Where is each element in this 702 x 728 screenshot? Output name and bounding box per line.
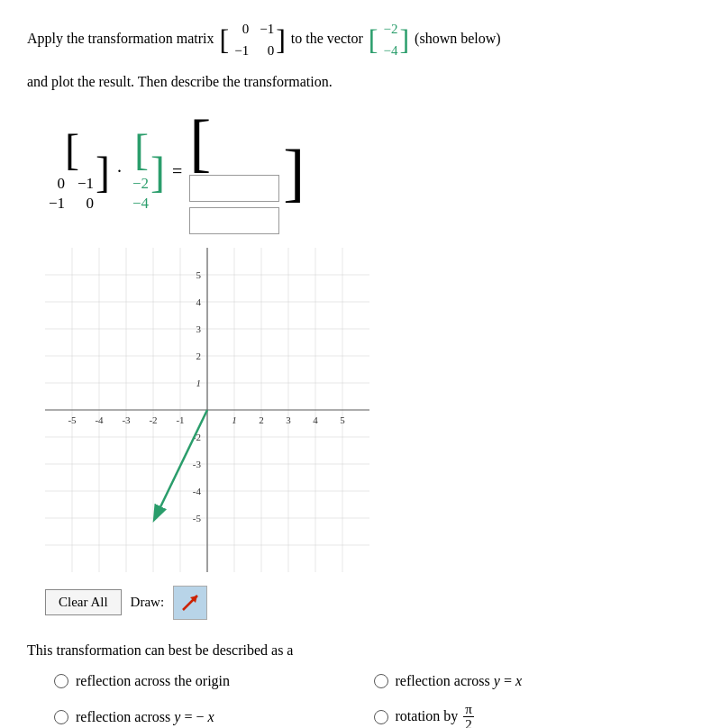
a-r1c2: −1	[76, 175, 94, 193]
x-axis-labels: -5 -4 -3 -2 -1 1 2 3 4 5	[68, 414, 345, 425]
svg-text:1: 1	[232, 414, 237, 425]
svg-text:-5: -5	[193, 513, 202, 523]
inline-a-r1c1: 0	[231, 18, 249, 40]
radio-option-2[interactable]	[374, 674, 388, 688]
inline-a-r1c2: −1	[256, 18, 274, 40]
equals-operator: =	[172, 161, 182, 182]
svg-text:-1: -1	[176, 414, 184, 425]
inline-vb-r1: −2	[379, 18, 397, 40]
result-left-bracket	[189, 110, 279, 234]
options-grid: reflection across the origin reflection …	[54, 673, 675, 728]
svg-text:-3: -3	[193, 459, 202, 469]
matrix-a-content: 0 −1 −1 0	[45, 171, 96, 216]
inline-bracket-right: ]	[276, 25, 286, 54]
result-right-bracket	[283, 140, 305, 205]
inline-vb-r2: −4	[379, 40, 397, 61]
inline-vector-b: [ −2 −4 ]	[369, 18, 409, 61]
svg-text:4: 4	[313, 414, 318, 425]
shown-below-text: (shown below)	[415, 31, 501, 46]
and-plot-text: and plot the result. Then describe the t…	[27, 70, 675, 94]
a-r1c1: 0	[47, 175, 65, 193]
svg-text:5: 5	[340, 414, 345, 425]
matrix-a-right-bracket	[99, 150, 110, 194]
y-axis-labels: 5 4 3 2 1 -2 -3 -4 -5	[193, 269, 202, 523]
graph-svg: -5 -4 -3 -2 -1 1 2 3 4 5 5 4 3 2 1 -2 -3…	[45, 248, 369, 572]
a-r2c1: −1	[47, 195, 65, 213]
inline-a-r2c1: −1	[231, 40, 249, 61]
svg-text:5: 5	[196, 269, 202, 280]
vector-b-right-bracket	[154, 150, 165, 194]
inline-a-r2c2: 0	[256, 40, 274, 61]
svg-text:-4: -4	[193, 486, 202, 496]
option-3-label: reflection across y = − x	[76, 709, 214, 725]
draw-arrow-icon	[179, 592, 201, 614]
radio-option-1[interactable]	[54, 674, 68, 688]
option-1-label: reflection across the origin	[76, 673, 230, 689]
svg-text:2: 2	[196, 350, 202, 361]
svg-text:-4: -4	[95, 414, 104, 425]
pi-numerator: π	[463, 702, 474, 718]
option-4-label: rotation by π 2	[396, 702, 476, 728]
vector-b-content: −2 −4	[129, 171, 150, 216]
pi-denominator: 2	[463, 717, 474, 728]
description-prefix: This transformation can best be describe…	[27, 642, 675, 659]
inline-vb-bracket-right: ]	[399, 25, 409, 54]
radio-option-4[interactable]	[374, 710, 388, 724]
vector-b-left-bracket: −2 −4	[129, 128, 150, 216]
svg-text:3: 3	[286, 414, 291, 425]
svg-text:-5: -5	[68, 414, 77, 425]
answer-input-2[interactable]	[189, 207, 279, 234]
inline-bracket-left: [	[220, 25, 230, 54]
inline-vb-bracket-left: [	[369, 25, 378, 54]
svg-text:3: 3	[196, 323, 202, 334]
svg-text:1: 1	[196, 378, 202, 388]
controls-bar: Clear All Draw:	[45, 586, 675, 620]
radio-option-3[interactable]	[54, 710, 68, 724]
description-section: This transformation can best be describe…	[27, 642, 675, 728]
pi-fraction: π 2	[463, 702, 474, 728]
option-4: rotation by π 2	[374, 702, 676, 728]
draw-icon-button[interactable]	[173, 586, 207, 620]
inline-vector-b-content: −2 −4	[378, 18, 399, 61]
option-2-label: reflection across y = x	[396, 673, 523, 689]
answer-inputs-container	[189, 175, 279, 234]
option-2: reflection across y = x	[374, 673, 676, 689]
svg-text:4: 4	[196, 296, 202, 307]
matrix-equation: 0 −1 −1 0 · −2 −4 =	[45, 110, 675, 234]
problem-statement: Apply the transformation matrix [ 0 −1 −…	[27, 18, 675, 61]
a-r2c2: 0	[76, 195, 94, 213]
b-r1: −2	[131, 175, 149, 193]
inline-matrix-a: [ 0 −1 −1 0 ]	[220, 18, 286, 61]
draw-label: Draw:	[131, 595, 165, 610]
graph-container: -5 -4 -3 -2 -1 1 2 3 4 5 5 4 3 2 1 -2 -3…	[45, 248, 369, 572]
dot-operator: ·	[117, 161, 122, 182]
clear-all-button[interactable]: Clear All	[45, 589, 122, 615]
svg-text:-2: -2	[149, 414, 157, 425]
option-3: reflection across y = − x	[54, 702, 356, 728]
svg-text:2: 2	[259, 414, 264, 425]
b-r2: −4	[131, 195, 149, 213]
answer-input-1[interactable]	[189, 175, 279, 202]
intro-text: Apply the transformation matrix	[27, 31, 214, 46]
svg-text:-3: -3	[122, 414, 131, 425]
inline-matrix-a-content: 0 −1 −1 0	[229, 18, 276, 61]
option-1: reflection across the origin	[54, 673, 356, 689]
matrix-a-left-bracket: 0 −1 −1 0	[45, 128, 96, 216]
to-vector-text: to the vector	[291, 31, 363, 46]
